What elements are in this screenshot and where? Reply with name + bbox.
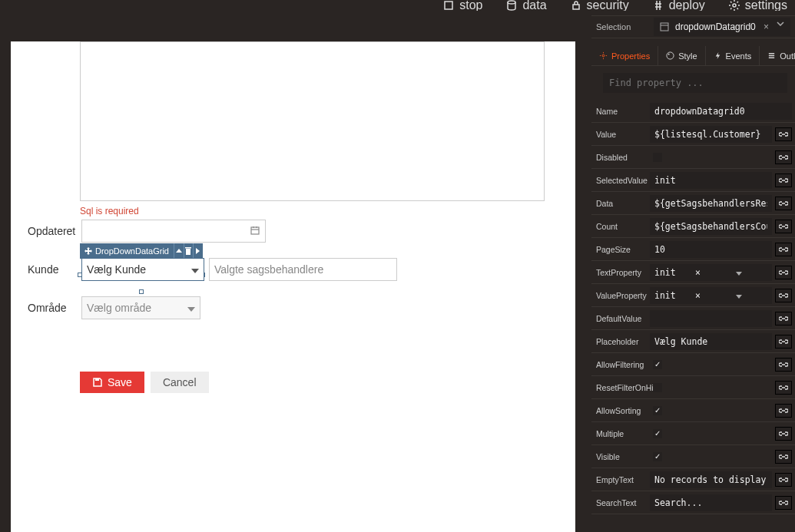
tab-outline[interactable]: Outline	[760, 46, 795, 65]
prop-bind-button[interactable]	[775, 197, 792, 210]
prop-value[interactable]	[650, 494, 772, 511]
prop-checkbox[interactable]: ✓	[653, 452, 662, 461]
calendar-icon[interactable]	[250, 225, 260, 238]
opdateret-input[interactable]	[81, 220, 266, 243]
prop-bind-button[interactable]	[775, 289, 792, 302]
prop-row-resetfilteronhide: ResetFilterOnHide	[591, 376, 795, 399]
prop-checkbox[interactable]	[653, 383, 662, 392]
prop-input[interactable]	[650, 471, 772, 488]
prop-value[interactable]	[650, 310, 772, 327]
prop-combo[interactable]: init×	[650, 264, 772, 281]
opdateret-label: Opdateret	[28, 225, 81, 237]
prop-bind-button[interactable]	[775, 150, 792, 164]
prop-value[interactable]	[650, 172, 772, 189]
chevron-down-icon[interactable]	[731, 267, 772, 278]
prop-value[interactable]	[650, 218, 772, 235]
prop-bind-button[interactable]	[775, 427, 792, 441]
property-search-input[interactable]	[603, 73, 787, 93]
prop-input[interactable]	[650, 218, 772, 235]
omrade-dropdown[interactable]: Vælg område	[81, 296, 200, 319]
chevron-down-icon[interactable]	[731, 290, 772, 301]
adorn-delete[interactable]	[184, 243, 194, 259]
prop-value[interactable]: init×	[650, 264, 772, 281]
adorn-next[interactable]	[193, 243, 203, 259]
prop-bind-button[interactable]	[775, 404, 792, 418]
prop-input[interactable]	[650, 103, 792, 120]
prop-label: Value	[591, 130, 647, 139]
chevron-down-icon[interactable]	[777, 21, 784, 26]
prop-input[interactable]	[650, 195, 772, 212]
adorn-up[interactable]	[174, 243, 184, 259]
prop-label: Placeholder	[591, 337, 647, 346]
prop-bind-button[interactable]	[775, 473, 792, 487]
svg-point-13	[667, 52, 674, 59]
prop-value[interactable]	[650, 383, 772, 392]
prop-bind-button[interactable]	[775, 496, 792, 510]
tab-style[interactable]: Style	[658, 46, 705, 65]
prop-checkbox[interactable]: ✓	[653, 360, 662, 369]
nav-security[interactable]: security	[570, 0, 629, 11]
tab-properties[interactable]: Properties	[591, 46, 658, 65]
kunde-dropdown[interactable]: Vælg Kunde	[81, 258, 204, 281]
selection-value[interactable]: dropdownDatagrid0 ×	[654, 18, 790, 36]
tab-events[interactable]: Events	[706, 46, 760, 65]
prop-combo[interactable]: init×	[650, 287, 772, 304]
prop-value[interactable]	[650, 195, 772, 212]
prop-bind-button[interactable]	[775, 243, 792, 256]
canvas-page[interactable]: Sql is required Opdateret DropDownDataGr…	[11, 41, 575, 532]
prop-input[interactable]	[650, 172, 772, 189]
prop-input[interactable]	[650, 310, 772, 327]
prop-input[interactable]	[650, 494, 772, 511]
nav-stop[interactable]: stop	[442, 0, 482, 11]
save-button[interactable]: Save	[80, 372, 144, 393]
prop-value[interactable]: ✓	[650, 429, 772, 438]
prop-bind-button[interactable]	[775, 450, 792, 464]
sagsbehandlere-input[interactable]: Valgte sagsbehandlere	[209, 258, 397, 281]
prop-checkbox[interactable]: ✓	[653, 429, 662, 438]
prop-value[interactable]: ✓	[650, 360, 772, 369]
prop-value[interactable]: init×	[650, 287, 772, 304]
prop-input[interactable]	[650, 241, 772, 258]
nav-deploy[interactable]: deploy	[652, 0, 705, 11]
svg-rect-2	[573, 5, 579, 9]
prop-bind-button[interactable]	[775, 335, 792, 349]
sql-textarea[interactable]	[80, 41, 545, 201]
canvas: Sql is required Opdateret DropDownDataGr…	[0, 11, 590, 532]
clear-icon[interactable]: ×	[691, 267, 731, 278]
prop-value[interactable]	[650, 333, 772, 350]
prop-checkbox[interactable]	[653, 153, 662, 162]
nav-settings[interactable]: settings	[728, 0, 787, 11]
prop-input[interactable]	[650, 333, 772, 350]
prop-row-defaultvalue: DefaultValue	[591, 307, 795, 330]
prop-bind-button[interactable]	[775, 381, 792, 395]
clear-icon[interactable]: ×	[691, 290, 731, 301]
prop-value[interactable]	[650, 153, 772, 162]
svg-point-1	[508, 1, 515, 4]
prop-row-count: Count	[591, 215, 795, 238]
prop-bind-button[interactable]	[775, 312, 792, 325]
prop-input[interactable]	[650, 126, 772, 143]
prop-value[interactable]: ✓	[650, 406, 772, 415]
prop-checkbox[interactable]: ✓	[653, 406, 662, 415]
adorn-title[interactable]: DropDownDataGrid	[80, 246, 174, 256]
prop-row-selectedvalue: SelectedValue	[591, 169, 795, 192]
prop-bind-button[interactable]	[775, 127, 792, 141]
prop-bind-button[interactable]	[775, 266, 792, 279]
cancel-button[interactable]: Cancel	[151, 372, 209, 393]
chevron-down-icon	[191, 263, 199, 276]
selection-clear-icon[interactable]: ×	[764, 21, 769, 32]
svg-rect-22	[186, 249, 190, 255]
prop-value[interactable]	[650, 471, 772, 488]
row-omrade: Område Vælg område	[28, 296, 200, 319]
prop-value[interactable]: ✓	[650, 452, 772, 461]
prop-value[interactable]	[650, 103, 792, 120]
nav-data[interactable]: data	[505, 0, 546, 11]
selection-row: Selection dropdownDatagrid0 ×	[591, 15, 795, 38]
prop-bind-button[interactable]	[775, 358, 792, 372]
gear-icon	[728, 0, 740, 11]
prop-value[interactable]	[650, 126, 772, 143]
prop-value[interactable]	[650, 241, 772, 258]
prop-bind-button[interactable]	[775, 173, 792, 187]
prop-row-textproperty: TextPropertyinit×	[591, 261, 795, 284]
prop-bind-button[interactable]	[775, 220, 792, 233]
